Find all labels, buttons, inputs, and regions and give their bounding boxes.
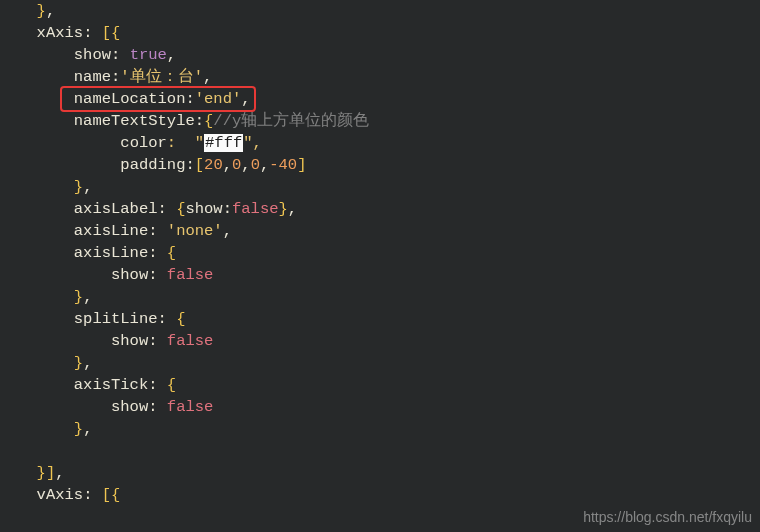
brace: } [74, 178, 83, 196]
prop-color: color [120, 134, 167, 152]
comma: , [83, 288, 92, 306]
line: padding:[20,0,0,-40] [18, 156, 306, 174]
comma: , [46, 2, 55, 20]
prop-xAxis: xAxis [37, 24, 84, 42]
prop-axisTick: axisTick [74, 376, 148, 394]
brace: { [167, 376, 176, 394]
line: splitLine: { [18, 310, 185, 328]
prop-name: name [74, 68, 111, 86]
line: }, [18, 354, 92, 372]
brace: } [279, 200, 288, 218]
brace: } [74, 420, 83, 438]
brace: { [204, 112, 213, 130]
bracket: [{ [102, 486, 121, 504]
prop-axisLabel: axisLabel [74, 200, 158, 218]
val-false: false [167, 398, 214, 416]
number: 20 [204, 156, 223, 174]
prop-nameTextStyle: nameTextStyle [74, 112, 195, 130]
comma: , [260, 156, 269, 174]
quote-open: : " [167, 134, 204, 152]
colon: : [185, 90, 194, 108]
colon: : [223, 200, 232, 218]
line: xAxis: [{ [18, 24, 120, 42]
colon: : [148, 266, 167, 284]
brace: } [74, 354, 83, 372]
prop-show: show [111, 266, 148, 284]
line: nameTextStyle:{//y轴上方单位的颜色 [18, 112, 369, 130]
bracket-brace: }] [37, 464, 56, 482]
prop-axisLine: axisLine [74, 222, 148, 240]
val-false: false [167, 266, 214, 284]
line: show: false [18, 332, 213, 350]
brace: { [167, 244, 176, 262]
colon: : [111, 68, 120, 86]
val-string: '单位：台' [120, 68, 203, 86]
number-negative: -40 [269, 156, 297, 174]
comment: //y轴上方单位的颜色 [213, 112, 369, 130]
line: show: false [18, 398, 213, 416]
comma: , [55, 464, 64, 482]
comma: , [288, 200, 297, 218]
bracket: [{ [102, 24, 121, 42]
line: axisTick: { [18, 376, 176, 394]
comma: , [241, 156, 250, 174]
line: show: false [18, 266, 213, 284]
line: show: true, [18, 46, 176, 64]
prop-padding: padding [120, 156, 185, 174]
prop-show: show [111, 332, 148, 350]
colon: : [83, 486, 102, 504]
highlighted-value: #fff [204, 134, 243, 152]
comma: , [203, 68, 212, 86]
comma: , [83, 178, 92, 196]
comma: , [223, 156, 232, 174]
comma: , [83, 354, 92, 372]
colon: : [195, 112, 204, 130]
line: }, [18, 288, 92, 306]
comma: , [223, 222, 232, 240]
colon: : [158, 310, 177, 328]
colon: : [148, 332, 167, 350]
line: axisLabel: {show:false}, [18, 200, 297, 218]
val-string: 'none' [167, 222, 223, 240]
val-true: true [130, 46, 167, 64]
colon: : [185, 156, 194, 174]
line: color: "#fff", [18, 134, 262, 152]
prop-show: show [74, 46, 111, 64]
number: 0 [251, 156, 260, 174]
watermark: https://blog.csdn.net/fxqyilu [583, 506, 752, 528]
line: axisLine: 'none', [18, 222, 232, 240]
colon: : [83, 24, 102, 42]
line: }, [18, 420, 92, 438]
colon: : [148, 376, 167, 394]
comma: , [167, 46, 176, 64]
line: axisLine: { [18, 244, 176, 262]
line: nameLocation:'end', [18, 90, 251, 108]
brace: { [176, 310, 185, 328]
number: 0 [232, 156, 241, 174]
line: vAxis: [{ [18, 486, 120, 504]
comma: , [241, 90, 250, 108]
prop-show: show [111, 398, 148, 416]
colon: : [111, 46, 130, 64]
prop-vAxis: vAxis [37, 486, 84, 504]
val-string: 'end' [195, 90, 242, 108]
bracket: [ [195, 156, 204, 174]
prop-show: show [185, 200, 222, 218]
brace: } [74, 288, 83, 306]
colon: : [148, 398, 167, 416]
line: }, [18, 178, 92, 196]
prop-axisLine: axisLine [74, 244, 148, 262]
val-false: false [232, 200, 279, 218]
prop-splitLine: splitLine [74, 310, 158, 328]
line: name:'单位：台', [18, 68, 212, 86]
comma: , [83, 420, 92, 438]
quote-close: ", [243, 134, 262, 152]
code-block: }, xAxis: [{ show: true, name:'单位：台', na… [0, 0, 760, 506]
bracket: ] [297, 156, 306, 174]
line: }], [18, 464, 65, 482]
prop-nameLocation: nameLocation [74, 90, 186, 108]
colon: : [148, 222, 167, 240]
colon: : [148, 244, 167, 262]
brace: } [37, 2, 46, 20]
line: }, [18, 2, 55, 20]
